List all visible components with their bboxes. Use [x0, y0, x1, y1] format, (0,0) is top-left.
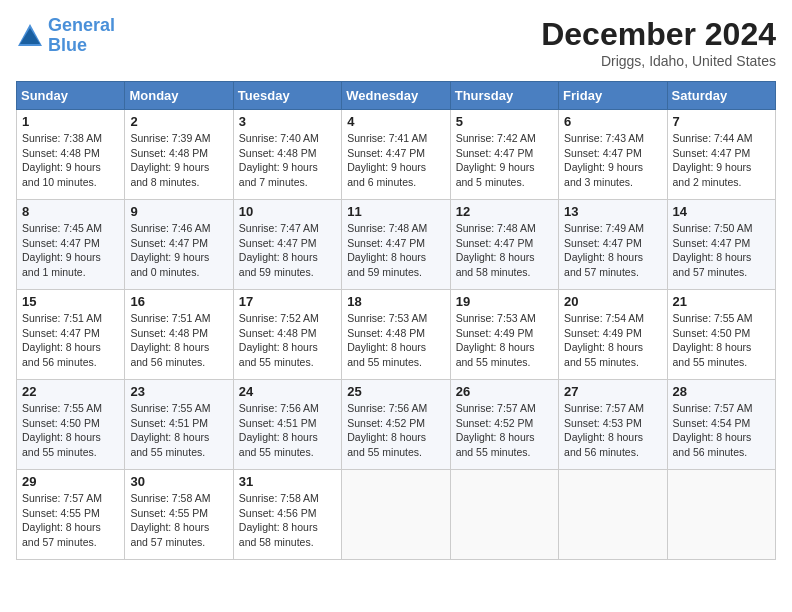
day-info: Sunrise: 7:46 AMSunset: 4:47 PMDaylight:… [130, 221, 227, 280]
day-number: 26 [456, 384, 553, 399]
day-number: 11 [347, 204, 444, 219]
title-block: December 2024 Driggs, Idaho, United Stat… [541, 16, 776, 69]
day-info: Sunrise: 7:55 AMSunset: 4:50 PMDaylight:… [22, 401, 119, 460]
calendar-cell: 3Sunrise: 7:40 AMSunset: 4:48 PMDaylight… [233, 110, 341, 200]
week-row-3: 15Sunrise: 7:51 AMSunset: 4:47 PMDayligh… [17, 290, 776, 380]
week-row-5: 29Sunrise: 7:57 AMSunset: 4:55 PMDayligh… [17, 470, 776, 560]
day-info: Sunrise: 7:51 AMSunset: 4:48 PMDaylight:… [130, 311, 227, 370]
day-info: Sunrise: 7:57 AMSunset: 4:55 PMDaylight:… [22, 491, 119, 550]
day-number: 16 [130, 294, 227, 309]
calendar-cell: 28Sunrise: 7:57 AMSunset: 4:54 PMDayligh… [667, 380, 775, 470]
day-number: 8 [22, 204, 119, 219]
day-info: Sunrise: 7:45 AMSunset: 4:47 PMDaylight:… [22, 221, 119, 280]
calendar-cell: 30Sunrise: 7:58 AMSunset: 4:55 PMDayligh… [125, 470, 233, 560]
day-info: Sunrise: 7:51 AMSunset: 4:47 PMDaylight:… [22, 311, 119, 370]
month-title: December 2024 [541, 16, 776, 53]
day-number: 21 [673, 294, 770, 309]
day-number: 1 [22, 114, 119, 129]
calendar-body: 1Sunrise: 7:38 AMSunset: 4:48 PMDaylight… [17, 110, 776, 560]
calendar-cell: 12Sunrise: 7:48 AMSunset: 4:47 PMDayligh… [450, 200, 558, 290]
day-info: Sunrise: 7:52 AMSunset: 4:48 PMDaylight:… [239, 311, 336, 370]
day-info: Sunrise: 7:58 AMSunset: 4:55 PMDaylight:… [130, 491, 227, 550]
calendar-cell: 15Sunrise: 7:51 AMSunset: 4:47 PMDayligh… [17, 290, 125, 380]
day-info: Sunrise: 7:53 AMSunset: 4:48 PMDaylight:… [347, 311, 444, 370]
day-info: Sunrise: 7:55 AMSunset: 4:50 PMDaylight:… [673, 311, 770, 370]
page-header: General Blue December 2024 Driggs, Idaho… [16, 16, 776, 69]
day-number: 17 [239, 294, 336, 309]
calendar-cell [342, 470, 450, 560]
calendar-cell: 23Sunrise: 7:55 AMSunset: 4:51 PMDayligh… [125, 380, 233, 470]
calendar-cell: 6Sunrise: 7:43 AMSunset: 4:47 PMDaylight… [559, 110, 667, 200]
calendar-cell: 29Sunrise: 7:57 AMSunset: 4:55 PMDayligh… [17, 470, 125, 560]
day-number: 9 [130, 204, 227, 219]
calendar-cell: 10Sunrise: 7:47 AMSunset: 4:47 PMDayligh… [233, 200, 341, 290]
weekday-header-saturday: Saturday [667, 82, 775, 110]
calendar-cell: 4Sunrise: 7:41 AMSunset: 4:47 PMDaylight… [342, 110, 450, 200]
day-number: 24 [239, 384, 336, 399]
day-info: Sunrise: 7:44 AMSunset: 4:47 PMDaylight:… [673, 131, 770, 190]
day-number: 13 [564, 204, 661, 219]
calendar-cell: 5Sunrise: 7:42 AMSunset: 4:47 PMDaylight… [450, 110, 558, 200]
day-info: Sunrise: 7:47 AMSunset: 4:47 PMDaylight:… [239, 221, 336, 280]
calendar-cell: 8Sunrise: 7:45 AMSunset: 4:47 PMDaylight… [17, 200, 125, 290]
day-number: 4 [347, 114, 444, 129]
day-number: 28 [673, 384, 770, 399]
day-info: Sunrise: 7:54 AMSunset: 4:49 PMDaylight:… [564, 311, 661, 370]
calendar-cell: 7Sunrise: 7:44 AMSunset: 4:47 PMDaylight… [667, 110, 775, 200]
calendar-cell: 27Sunrise: 7:57 AMSunset: 4:53 PMDayligh… [559, 380, 667, 470]
day-number: 19 [456, 294, 553, 309]
day-number: 27 [564, 384, 661, 399]
calendar-cell: 24Sunrise: 7:56 AMSunset: 4:51 PMDayligh… [233, 380, 341, 470]
calendar-cell: 2Sunrise: 7:39 AMSunset: 4:48 PMDaylight… [125, 110, 233, 200]
day-number: 7 [673, 114, 770, 129]
calendar-cell: 14Sunrise: 7:50 AMSunset: 4:47 PMDayligh… [667, 200, 775, 290]
calendar-cell: 26Sunrise: 7:57 AMSunset: 4:52 PMDayligh… [450, 380, 558, 470]
day-info: Sunrise: 7:55 AMSunset: 4:51 PMDaylight:… [130, 401, 227, 460]
week-row-4: 22Sunrise: 7:55 AMSunset: 4:50 PMDayligh… [17, 380, 776, 470]
weekday-header-monday: Monday [125, 82, 233, 110]
day-number: 30 [130, 474, 227, 489]
day-number: 20 [564, 294, 661, 309]
day-info: Sunrise: 7:43 AMSunset: 4:47 PMDaylight:… [564, 131, 661, 190]
day-number: 6 [564, 114, 661, 129]
day-number: 3 [239, 114, 336, 129]
svg-marker-1 [20, 28, 40, 44]
day-number: 2 [130, 114, 227, 129]
calendar-cell [667, 470, 775, 560]
weekday-header-row: SundayMondayTuesdayWednesdayThursdayFrid… [17, 82, 776, 110]
day-info: Sunrise: 7:50 AMSunset: 4:47 PMDaylight:… [673, 221, 770, 280]
day-info: Sunrise: 7:56 AMSunset: 4:52 PMDaylight:… [347, 401, 444, 460]
day-info: Sunrise: 7:48 AMSunset: 4:47 PMDaylight:… [347, 221, 444, 280]
day-info: Sunrise: 7:49 AMSunset: 4:47 PMDaylight:… [564, 221, 661, 280]
logo: General Blue [16, 16, 115, 56]
calendar-cell: 22Sunrise: 7:55 AMSunset: 4:50 PMDayligh… [17, 380, 125, 470]
calendar-table: SundayMondayTuesdayWednesdayThursdayFrid… [16, 81, 776, 560]
week-row-2: 8Sunrise: 7:45 AMSunset: 4:47 PMDaylight… [17, 200, 776, 290]
day-number: 10 [239, 204, 336, 219]
day-info: Sunrise: 7:53 AMSunset: 4:49 PMDaylight:… [456, 311, 553, 370]
day-info: Sunrise: 7:40 AMSunset: 4:48 PMDaylight:… [239, 131, 336, 190]
day-info: Sunrise: 7:42 AMSunset: 4:47 PMDaylight:… [456, 131, 553, 190]
day-info: Sunrise: 7:57 AMSunset: 4:53 PMDaylight:… [564, 401, 661, 460]
calendar-cell: 9Sunrise: 7:46 AMSunset: 4:47 PMDaylight… [125, 200, 233, 290]
calendar-cell: 19Sunrise: 7:53 AMSunset: 4:49 PMDayligh… [450, 290, 558, 380]
calendar-cell [450, 470, 558, 560]
calendar-cell: 21Sunrise: 7:55 AMSunset: 4:50 PMDayligh… [667, 290, 775, 380]
day-number: 14 [673, 204, 770, 219]
day-number: 5 [456, 114, 553, 129]
calendar-cell: 31Sunrise: 7:58 AMSunset: 4:56 PMDayligh… [233, 470, 341, 560]
day-number: 31 [239, 474, 336, 489]
day-info: Sunrise: 7:41 AMSunset: 4:47 PMDaylight:… [347, 131, 444, 190]
location: Driggs, Idaho, United States [541, 53, 776, 69]
weekday-header-thursday: Thursday [450, 82, 558, 110]
calendar-cell: 17Sunrise: 7:52 AMSunset: 4:48 PMDayligh… [233, 290, 341, 380]
weekday-header-friday: Friday [559, 82, 667, 110]
week-row-1: 1Sunrise: 7:38 AMSunset: 4:48 PMDaylight… [17, 110, 776, 200]
calendar-cell: 18Sunrise: 7:53 AMSunset: 4:48 PMDayligh… [342, 290, 450, 380]
calendar-cell: 16Sunrise: 7:51 AMSunset: 4:48 PMDayligh… [125, 290, 233, 380]
day-info: Sunrise: 7:39 AMSunset: 4:48 PMDaylight:… [130, 131, 227, 190]
day-number: 12 [456, 204, 553, 219]
calendar-cell: 25Sunrise: 7:56 AMSunset: 4:52 PMDayligh… [342, 380, 450, 470]
weekday-header-wednesday: Wednesday [342, 82, 450, 110]
calendar-cell [559, 470, 667, 560]
